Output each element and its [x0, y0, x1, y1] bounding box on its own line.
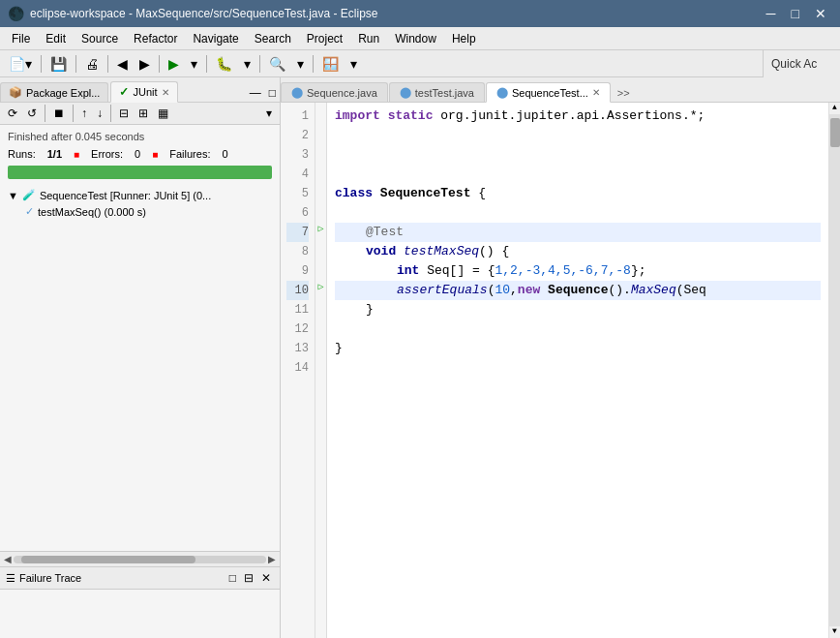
left-panel-scrollbar[interactable]: ◀ ▶ [0, 551, 280, 566]
quick-access[interactable]: Quick Ac [763, 50, 840, 77]
run-arrow-button[interactable]: ▾ [186, 53, 202, 75]
menu-file[interactable]: File [4, 27, 38, 49]
search-arrow-button[interactable]: ▾ [292, 53, 309, 75]
array-close: }; [631, 261, 646, 281]
junit-toolbar-sep-1 [45, 105, 45, 122]
trace-btn-3[interactable]: ✕ [258, 570, 274, 586]
stop-button[interactable]: ⏹ [49, 105, 69, 122]
kw-new: new [518, 281, 540, 300]
failure-trace-content [0, 590, 280, 638]
brace-open: { [478, 184, 486, 203]
trace-btn-1[interactable]: □ [226, 570, 239, 586]
test-label: testMaxSeq() (0.000 s) [38, 206, 146, 218]
gutter-5 [315, 180, 326, 199]
menu-run[interactable]: Run [350, 27, 387, 49]
new-button[interactable]: 📄▾ [4, 53, 37, 75]
app-icon: 🌑 [8, 6, 24, 21]
junit-label: JUnit [133, 86, 157, 98]
main-area: 📦 Package Expl... ✓ JUnit ✕ — □ ⟳ ↺ ⏹ ↑ … [0, 77, 840, 638]
maximize-panel-button[interactable]: □ [265, 84, 280, 102]
save-button[interactable]: 💾 [45, 53, 72, 75]
gutter-10[interactable]: ▷ [315, 277, 326, 296]
line-num-9: 9 [286, 261, 309, 281]
suite-label: SequenceTest [Runner: JUnit 5] (0... [40, 190, 211, 201]
vscroll-up-button[interactable]: ▲ [829, 103, 840, 114]
junit-close-icon[interactable]: ✕ [162, 87, 169, 98]
search-button[interactable]: 🔍 [264, 53, 290, 75]
menu-project[interactable]: Project [299, 27, 350, 49]
tab-sequencetest-java[interactable]: ⬤ SequenceTest... ✕ [486, 82, 611, 103]
minimize-button[interactable]: ─ [761, 4, 782, 23]
menu-source[interactable]: Source [74, 27, 126, 49]
more-tabs-button[interactable]: >> [612, 84, 636, 102]
run-button[interactable]: ▶ [164, 53, 184, 75]
gutter-1 [315, 103, 326, 122]
forward-button[interactable]: ▶ [135, 53, 155, 75]
print-button[interactable]: 🖨 [80, 53, 104, 75]
editor-area[interactable]: 1 2 3 4 5 6 7 8 9 10 11 12 13 14 [281, 103, 840, 638]
rerun-button[interactable]: ⟳ [4, 105, 21, 122]
test-suite-item[interactable]: ▼ 🧪 SequenceTest [Runner: JUnit 5] (0... [8, 187, 272, 203]
line-num-7: 7 [286, 223, 309, 242]
failure-trace-label: Failure Trace [19, 572, 223, 584]
tab-testtest-java[interactable]: ⬤ testTest.java [389, 82, 485, 102]
vscroll-thumb[interactable] [830, 118, 840, 147]
menu-refactor[interactable]: Refactor [126, 27, 185, 49]
minimize-panel-button[interactable]: — [246, 84, 265, 102]
next-failure-button[interactable]: ↓ [93, 105, 106, 122]
filter-button[interactable]: ▦ [154, 105, 172, 122]
trace-btn-2[interactable]: ⊟ [241, 570, 256, 586]
history-button[interactable]: ▾ [262, 105, 276, 122]
rerun-failed-button[interactable]: ↺ [23, 105, 41, 122]
back-button[interactable]: ◀ [112, 53, 133, 75]
seq-array-decl: Seq[] = { [427, 261, 495, 281]
expand-all-button[interactable]: ⊞ [135, 105, 152, 122]
window-title: eclipse-workspace - MaxSequence/src/Sequ… [30, 7, 761, 20]
debug-arrow-button[interactable]: ▾ [239, 53, 255, 75]
code-line-6 [335, 203, 821, 223]
tab-sequence-java[interactable]: ⬤ Sequence.java [281, 82, 388, 102]
line-num-12: 12 [286, 319, 309, 339]
kw-void: void [366, 242, 396, 261]
menu-search[interactable]: Search [247, 27, 299, 49]
debug-button[interactable]: 🐛 [211, 53, 237, 75]
collapse-all-button[interactable]: ⊟ [115, 105, 133, 122]
close-button[interactable]: ✕ [809, 4, 832, 23]
failure-trace-toolbar: □ ⊟ ✕ [226, 570, 274, 586]
sequencetest-close-icon[interactable]: ✕ [592, 87, 600, 98]
import-path: org.junit.jupiter.api.Assertions.*; [440, 106, 705, 126]
editor-vertical-scrollbar[interactable]: ▲ ▼ [828, 103, 840, 638]
perspective-button[interactable]: 🪟 [317, 53, 344, 75]
gutter-7[interactable]: ▷ [315, 219, 326, 238]
perspective-arrow-button[interactable]: ▾ [345, 53, 362, 75]
line-numbers: 1 2 3 4 5 6 7 8 9 10 11 12 13 14 [281, 103, 315, 638]
scroll-right-button[interactable]: ▶ [266, 554, 278, 564]
vscroll-down-button[interactable]: ▼ [829, 626, 840, 638]
tab-package-explorer[interactable]: 📦 Package Expl... [0, 82, 108, 102]
errors-value: 0 [135, 148, 140, 160]
main-toolbar: 📄▾ 💾 🖨 ◀ ▶ ▶ ▾ 🐛 ▾ 🔍 ▾ 🪟 ▾ Quick Ac [0, 50, 840, 77]
scrollbar-thumb[interactable] [21, 556, 195, 563]
toolbar-separator-7 [313, 55, 314, 73]
menu-edit[interactable]: Edit [38, 27, 74, 49]
menu-window[interactable]: Window [387, 27, 444, 49]
code-area[interactable]: import static org.junit.jupiter.api.Asse… [327, 103, 828, 638]
package-explorer-icon: 📦 [9, 86, 22, 99]
failures-label: Failures: [169, 148, 210, 160]
tab-junit[interactable]: ✓ JUnit ✕ [110, 81, 177, 103]
paren-open: () { [479, 242, 509, 261]
line-num-4: 4 [286, 165, 309, 184]
vscroll-track [829, 114, 840, 626]
kw-import: import [335, 106, 380, 126]
method-assertequals: assertEquals [397, 281, 488, 300]
left-tab-strip: 📦 Package Expl... ✓ JUnit ✕ — □ [0, 77, 280, 103]
sequencetest-java-dot: ⬤ [496, 86, 508, 99]
menu-navigate[interactable]: Navigate [185, 27, 246, 49]
menu-help[interactable]: Help [444, 27, 484, 49]
line-num-10: 10 [286, 281, 309, 300]
prev-failure-button[interactable]: ↑ [77, 105, 91, 122]
package-explorer-label: Package Expl... [26, 87, 100, 99]
test-case-item[interactable]: ✓ testMaxSeq() (0.000 s) [8, 203, 272, 220]
scroll-left-button[interactable]: ◀ [2, 554, 14, 564]
maximize-button[interactable]: □ [786, 4, 805, 23]
